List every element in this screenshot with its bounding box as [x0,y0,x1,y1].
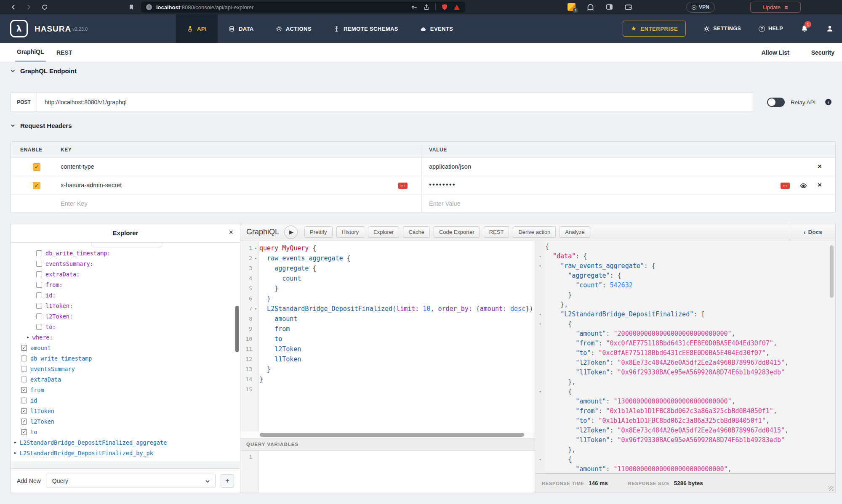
site-info-icon[interactable]: i [146,4,152,10]
vpn-button[interactable]: VPN [686,2,715,13]
allow-list-link[interactable]: Allow List [762,49,789,56]
explorer-checkbox[interactable]: ✓ [21,419,27,424]
security-link[interactable]: Security [811,49,834,56]
forward-icon[interactable] [25,4,32,11]
explorer-item-db-write-timestamp[interactable]: db_write_timestamp: [11,248,240,258]
execute-query-button[interactable]: ▶ [284,225,298,239]
warning-triangle-icon[interactable] [453,4,460,11]
explorer-checkbox[interactable] [36,261,42,267]
resize-handle-icon[interactable] [829,486,834,491]
enable-checkbox[interactable]: ✓ [33,163,40,171]
explorer-checkbox[interactable]: ✓ [21,429,27,435]
endpoint-section-header[interactable]: GraphQL Endpoint [11,67,77,74]
nav-item-data[interactable]: DATA [218,14,265,43]
tab-rest[interactable]: REST [56,43,72,62]
nav-item-actions[interactable]: ACTIONS [265,14,322,43]
explorer-item-from[interactable]: from: [11,279,240,290]
editor-hscrollbar[interactable] [260,433,524,437]
explorer-checkbox[interactable]: ✓ [21,387,27,393]
brave-shield-icon[interactable] [441,4,448,11]
hasura-logo[interactable]: λ [10,20,28,37]
derive-action-button[interactable]: Derive action [513,226,556,238]
relay-info-icon[interactable]: i [825,99,831,105]
expand-triangle-icon[interactable]: ▶ [27,335,29,339]
explorer-item-amount[interactable]: ✓amount [11,342,240,353]
history-button[interactable]: History [336,226,364,238]
nav-item-remote-schemas[interactable]: REMOTE SCHEMAS [322,14,409,43]
explorer-checkbox[interactable] [21,398,27,403]
explorer-checkbox[interactable] [36,250,42,256]
header-value[interactable]: application/json [429,163,471,170]
explorer-checkbox[interactable] [21,355,27,361]
explorer-item-id[interactable]: id [11,395,240,406]
explorer-checkbox[interactable] [36,324,42,330]
explorer-item-extradata[interactable]: extraData: [11,269,240,279]
explorer-item-from[interactable]: ✓from [11,385,240,395]
explorer-item-l2standardbridge-depositfinalized-by-pk[interactable]: ▶L2StandardBridge_DepositFinalized_by_pk [11,448,240,458]
fold-arrow-icon[interactable]: ▾ [252,253,259,263]
key-icon[interactable] [411,4,418,11]
query-editor[interactable]: 1▾query MyQuery {2▾ raw_events_aggregate… [240,241,535,432]
notes-extension-icon[interactable]: 1 [568,3,576,11]
header-key[interactable]: x-hasura-admin-secret [61,182,122,188]
endpoint-url[interactable]: http://localhost:8080/v1/graphql [37,93,754,111]
expand-triangle-icon[interactable]: ▶ [14,451,16,455]
fold-arrow-icon[interactable]: ▾ [535,261,545,271]
relay-api-toggle[interactable] [767,98,785,107]
share-icon[interactable] [423,4,430,11]
enable-checkbox[interactable]: ✓ [33,182,40,189]
explorer-item-eventssummary[interactable]: eventsSummary: [11,258,240,269]
help-button[interactable]: ? HELP [759,26,783,32]
back-icon[interactable] [10,4,17,11]
response-viewer[interactable]: {▾ "data": {▾ "raw_events_aggregate": { … [535,241,835,473]
close-icon[interactable]: × [229,228,233,237]
explorer-item-to[interactable]: to: [11,321,240,332]
prettify-button[interactable]: Prettify [304,226,332,238]
explorer-item-eventssummary[interactable]: eventsSummary [11,363,240,374]
explorer-button[interactable]: Explorer [368,226,399,238]
remove-header-icon[interactable]: × [818,181,822,189]
explorer-checkbox[interactable] [21,366,27,372]
fold-arrow-icon[interactable]: ▾ [535,252,545,261]
user-icon[interactable] [826,25,834,32]
notifications-button[interactable]: 1 [801,25,808,32]
cache-button[interactable]: Cache [403,226,430,238]
fold-arrow-icon[interactable]: ▾ [252,243,259,253]
remove-header-icon[interactable]: × [818,162,822,171]
explorer-item-l1token[interactable]: ✓l1Token [11,406,240,416]
add-operation-button[interactable]: + [221,474,234,488]
password-manager-icon[interactable]: ••• [781,183,790,189]
explorer-item-db-write-timestamp[interactable]: db_write_timestamp [11,353,240,363]
password-manager-icon[interactable]: ••• [398,183,408,189]
analyze-button[interactable]: Analyze [560,226,590,238]
query-variables-editor[interactable]: 1 [240,451,535,493]
explorer-checkbox[interactable] [36,271,42,277]
fold-arrow-icon[interactable]: ▾ [535,387,545,397]
bookmark-icon[interactable] [128,4,135,11]
explorer-scrollbar[interactable] [235,306,239,352]
explorer-item-l1token[interactable]: l1Token: [11,300,240,311]
fold-arrow-icon[interactable]: ▾ [535,310,545,319]
explorer-checkbox[interactable]: ✓ [21,408,27,414]
tab-graphiql[interactable]: GraphiQL [15,43,46,62]
explorer-item-id[interactable]: id: [11,290,240,300]
nav-item-events[interactable]: EVENTS [409,14,464,43]
docs-button[interactable]: ‹ Docs [790,223,835,241]
explorer-checkbox[interactable] [21,377,27,382]
expand-triangle-icon[interactable]: ▶ [14,440,16,444]
update-button[interactable]: Update≡ [750,2,801,13]
explorer-checkbox[interactable] [36,292,42,298]
explorer-item-to[interactable]: ✓to [11,427,240,437]
fold-arrow-icon[interactable]: ▾ [535,319,545,329]
explorer-checkbox[interactable] [36,282,42,288]
enterprise-button[interactable]: ★ ENTERPRISE [623,21,686,37]
explorer-checkbox[interactable] [36,303,42,309]
explorer-checkbox[interactable] [36,313,42,319]
explorer-checkbox[interactable]: ✓ [21,345,27,351]
explorer-item-l2standardbridge-depositfinalized-aggregate[interactable]: ▶L2StandardBridge_DepositFinalized_aggre… [11,437,240,448]
fold-arrow-icon[interactable]: ▾ [252,304,259,314]
request-headers-section-header[interactable]: Request Headers [11,122,72,129]
wallet-extension-icon[interactable] [624,3,632,11]
header-value-masked[interactable]: •••••••• [429,180,456,189]
header-key[interactable]: content-type [61,163,94,170]
